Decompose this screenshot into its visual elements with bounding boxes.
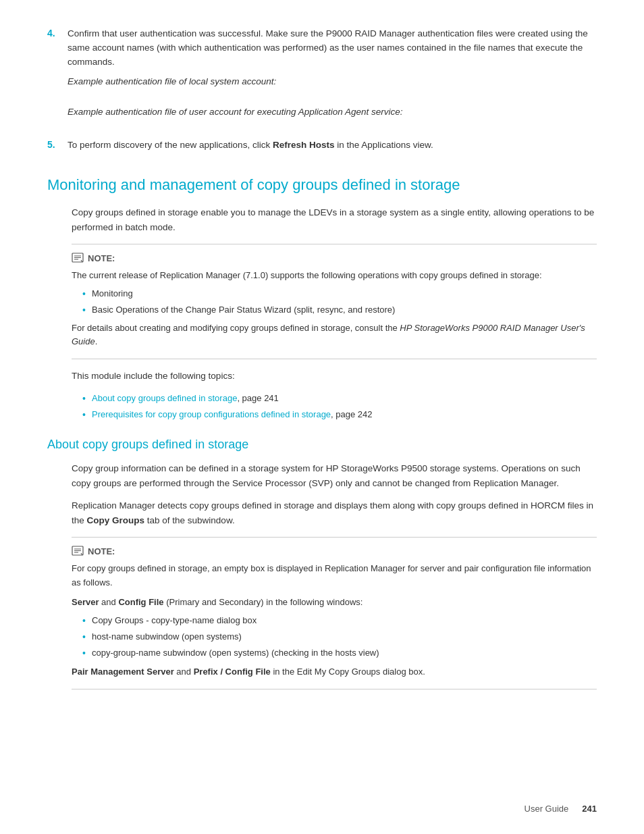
step-4-content: Confirm that user authentication was suc… [68,27,597,121]
step-4-label1: Example authentication file of local sys… [68,76,597,86]
step-5-number: 5. [47,138,68,150]
note-2-server-config: Server and Config File (Primary and Seco… [72,596,597,610]
footer-label: User Guide [525,804,569,814]
step-4-label2: Example authentication file of user acco… [68,107,597,117]
step-5-content: To perform discovery of the new applicat… [68,138,597,157]
note-2-bullet-1: Copy Groups - copy-type-name dialog box [82,614,597,627]
page-footer: User Guide 241 [525,804,597,814]
step-4: 4. Confirm that user authentication was … [47,27,597,121]
note-2-footer: Pair Management Server and Prefix / Conf… [72,665,597,679]
step-5-text: To perform discovery of the new applicat… [68,138,597,153]
topic-link-2[interactable]: Prerequisites for copy group configurati… [92,409,331,419]
note-1-text2: For details about creating and modifying… [72,321,597,350]
step-4-number: 4. [47,27,68,38]
step-5: 5. To perform discovery of the new appli… [47,138,597,157]
note-1-bullets: Monitoring Basic Operations of the Chang… [72,287,597,317]
note-1-content: The current release of Replication Manag… [72,269,597,349]
note-1-bullet-1: Monitoring [82,287,597,301]
note-1-bullet-2: Basic Operations of the Change Pair Stat… [82,303,597,317]
main-section-heading: Monitoring and management of copy groups… [47,176,597,195]
note-icon-2 [72,546,84,556]
note-2-text1: For copy groups defined in storage, an e… [72,562,597,590]
step-4-text: Confirm that user authentication was suc… [68,27,597,70]
note-box-2: NOTE: For copy groups defined in storage… [72,537,597,689]
about-para-2: Replication Manager detects copy groups … [72,498,597,527]
note-2-title: NOTE: [72,546,597,556]
note-2-content: For copy groups defined in storage, an e… [72,562,597,679]
note-1-text1: The current release of Replication Manag… [72,269,597,283]
topic-link-1[interactable]: About copy groups defined in storage [92,393,237,403]
topics-intro: This module include the following topics… [72,369,597,384]
about-para-1: Copy group information can be defined in… [72,461,597,490]
footer-page-number: 241 [582,804,597,814]
note-2-bullets: Copy Groups - copy-type-name dialog box … [72,614,597,660]
about-section-heading: About copy groups defined in storage [47,438,597,452]
note-2-bullet-2: host-name subwindow (open systems) [82,630,597,644]
main-section-intro-area: Copy groups defined in storage enable yo… [47,205,597,421]
note-1-title: NOTE: [72,253,597,263]
main-section-intro: Copy groups defined in storage enable yo… [72,205,597,234]
note-icon-1 [72,253,84,263]
note-2-bullet-3: copy-group-name subwindow (open systems)… [82,646,597,660]
topic-item-1: About copy groups defined in storage, pa… [82,392,597,405]
topics-section: This module include the following topics… [72,369,597,421]
note-box-1: NOTE: The current release of Replication… [72,244,597,359]
topics-list: About copy groups defined in storage, pa… [72,392,597,421]
about-section-content: Copy group information can be defined in… [47,461,597,689]
topic-item-2: Prerequisites for copy group configurati… [82,408,597,421]
